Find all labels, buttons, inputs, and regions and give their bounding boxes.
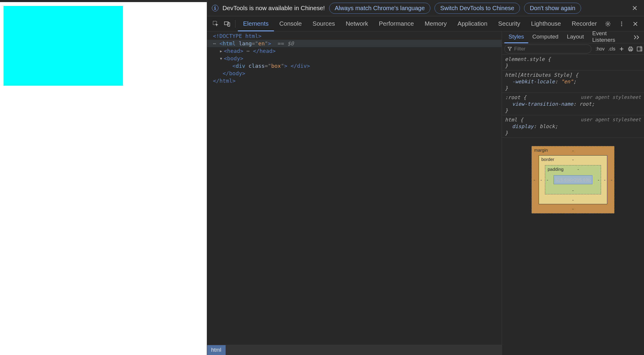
svg-point-3 [607, 23, 609, 24]
svg-line-9 [609, 25, 610, 26]
plus-icon[interactable] [617, 47, 626, 51]
box-model-margin[interactable]: margin - - - - border - - - - [531, 146, 614, 213]
browser-titlebar-strip [0, 0, 207, 2]
css-rule[interactable]: element.style { } [502, 55, 644, 70]
tab-performance[interactable]: Performance [374, 16, 419, 31]
dom-doctype[interactable]: <!DOCTYPE html> [207, 32, 502, 40]
devtools-panel: i DevTools is now available in Chinese! … [207, 0, 644, 355]
tab-sources[interactable]: Sources [307, 16, 340, 31]
hov-toggle[interactable]: :hov [594, 45, 606, 53]
dom-div[interactable]: <div class="box"> </div> [207, 62, 502, 70]
cls-toggle[interactable]: .cls [606, 45, 617, 53]
tab-application[interactable]: Application [452, 16, 493, 31]
dom-body-close[interactable]: </body> [207, 70, 502, 77]
css-rule[interactable]: :root {user agent stylesheet view-transi… [502, 93, 644, 115]
box-model-content[interactable]: 515.556×215.995 [554, 175, 592, 184]
chevron-right-icon[interactable] [631, 34, 642, 41]
box-model-diagram[interactable]: margin - - - - border - - - - [502, 138, 644, 213]
sidebar-tab-layout[interactable]: Layout [563, 31, 588, 43]
sidebar-tab-styles[interactable]: Styles [504, 31, 528, 43]
funnel-icon [508, 47, 512, 51]
device-toolbar-icon[interactable] [221, 18, 233, 30]
styles-sidebar-tabs: Styles Computed Layout Event Listeners [502, 31, 644, 43]
tab-memory[interactable]: Memory [419, 16, 452, 31]
breadcrumb: html [207, 345, 502, 355]
elements-dom-panel: <!DOCTYPE html> ⋯ <html lang="en"> == $0… [207, 31, 502, 355]
inspect-element-icon[interactable] [210, 18, 221, 30]
svg-line-11 [606, 25, 607, 26]
switch-language-button[interactable]: Switch DevTools to Chinese [435, 3, 520, 14]
dom-html-close[interactable]: </html> [207, 77, 502, 84]
devtools-infobar: i DevTools is now available in Chinese! … [207, 0, 644, 16]
svg-rect-16 [629, 47, 632, 48]
filter-input-wrap[interactable] [504, 44, 591, 53]
page-box-element [4, 6, 123, 86]
css-rules-list: element.style { } html[Attributes Style]… [502, 55, 644, 138]
tab-security[interactable]: Security [493, 16, 526, 31]
info-icon: i [212, 5, 218, 11]
print-media-icon[interactable] [626, 47, 635, 51]
svg-point-12 [621, 21, 622, 23]
svg-line-10 [609, 22, 610, 22]
box-model-padding[interactable]: padding - - - - 515.556×215.995 [545, 165, 601, 194]
tab-network[interactable]: Network [340, 16, 373, 31]
svg-rect-15 [628, 48, 633, 50]
infobar-message: DevTools is now available in Chinese! [223, 4, 325, 12]
close-icon[interactable] [630, 4, 639, 13]
dom-html-open[interactable]: ⋯ <html lang="en"> == $0 [207, 40, 502, 47]
sidebar-tab-computed[interactable]: Computed [528, 31, 563, 43]
breadcrumb-html[interactable]: html [207, 345, 226, 355]
scroll-up-icon[interactable]: ▲ [639, 44, 643, 49]
dismiss-infobar-button[interactable]: Don't show again [524, 3, 581, 14]
svg-line-8 [606, 22, 607, 22]
styles-filterbar: :hov .cls [502, 43, 644, 55]
svg-point-14 [621, 25, 622, 26]
svg-point-13 [621, 23, 622, 24]
tab-console[interactable]: Console [274, 16, 307, 31]
devtools-tabsbar: Elements Console Sources Network Perform… [207, 16, 644, 31]
separator [235, 20, 235, 28]
dom-head[interactable]: ▸<head> ⋯ </head> [207, 47, 502, 55]
css-rule[interactable]: html {user agent stylesheet display: blo… [502, 115, 644, 138]
box-model-border[interactable]: border - - - - padding - - - [539, 155, 607, 204]
filter-input[interactable] [514, 46, 588, 52]
svg-rect-2 [228, 23, 230, 26]
tab-elements[interactable]: Elements [238, 16, 274, 31]
dom-tree[interactable]: <!DOCTYPE html> ⋯ <html lang="en"> == $0… [207, 31, 502, 345]
match-language-button[interactable]: Always match Chrome's language [329, 3, 431, 14]
rendered-page-pane [0, 0, 207, 355]
css-rule[interactable]: html[Attributes Style] { -webkit-locale:… [502, 70, 644, 93]
tab-lighthouse[interactable]: Lighthouse [526, 16, 566, 31]
styles-sidebar: Styles Computed Layout Event Listeners :… [502, 31, 644, 355]
dom-body-open[interactable]: ▾<body> [207, 55, 502, 62]
